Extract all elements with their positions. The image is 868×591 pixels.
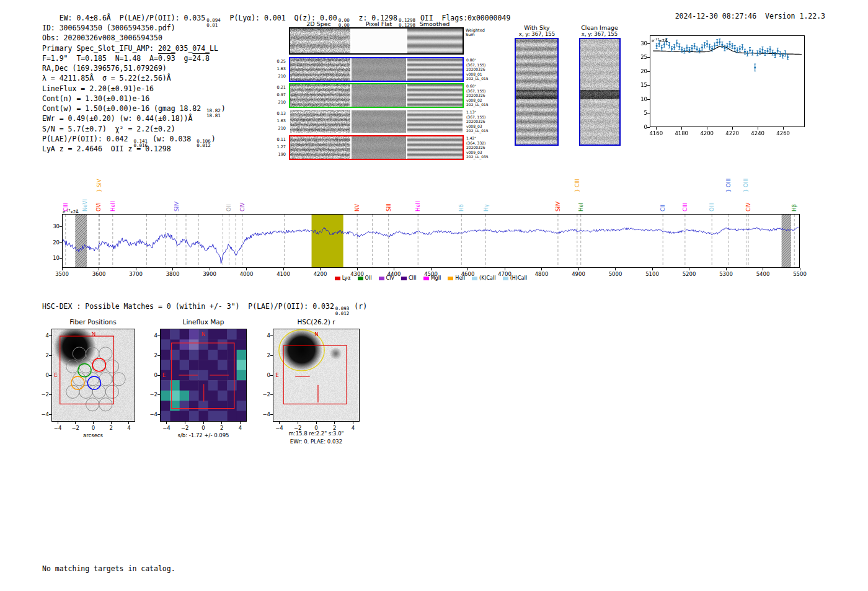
fiber-positions-title: Fiber Positions xyxy=(69,318,116,326)
spec2d-row-2 xyxy=(289,83,464,108)
full-spectrum-canvas xyxy=(63,215,799,267)
spectral-line-label: } OIII xyxy=(725,179,732,192)
lineflux-x-tick-label: −4 xyxy=(162,425,170,431)
cutout-spectrum-canvas xyxy=(650,36,804,127)
wavelength-sigma: λ = 4211.85Å σ = 5.22(±2.56)Å xyxy=(42,73,226,83)
spec2d-weight-value: 0.11 xyxy=(264,136,286,143)
spectrum-y-tick-label: 10 xyxy=(41,255,60,261)
qz-uncertainty: 0.000.00 xyxy=(339,18,350,27)
spectral-line-label: CIII xyxy=(682,203,688,211)
fiber-x-tick xyxy=(58,422,58,424)
hsc-x-tick xyxy=(298,422,298,424)
spectrum-x-tick-label: 5500 xyxy=(793,271,807,277)
cutout-x-tick xyxy=(707,127,707,130)
spectrum-x-tick xyxy=(99,268,99,270)
lineflux-x-tick xyxy=(203,422,204,424)
spec2d-meta-value: 0.80" xyxy=(466,58,506,63)
primary-slot: Primary Spec_Slot_IFU_AMP: 202_035_074_L… xyxy=(42,43,226,53)
spectrum-x-tick xyxy=(431,268,432,270)
spec2d-meta-value: 20200326 xyxy=(466,67,506,72)
spectrum-x-tick-label: 4300 xyxy=(350,271,364,277)
legend-label: OII xyxy=(365,275,372,281)
lineflux-x-tick-label: 0 xyxy=(202,425,205,431)
spec2d-row3-spec-canvas xyxy=(290,110,350,133)
withsky-title: With Sky xyxy=(524,24,549,31)
plae-detail-mid: (w: 0.038 xyxy=(148,135,195,143)
cutout-y-tick xyxy=(647,99,650,100)
timestamp: 2024-12-30 08:27:46 xyxy=(675,12,757,20)
spec2d-row-3 xyxy=(289,109,464,134)
spectrum-x-tick-label: 4600 xyxy=(461,271,475,277)
obs-id: Obs: 20200326v008_3006594350 xyxy=(42,33,226,43)
plae-poii-stat: P(LAE)/P(OII): 0.035 xyxy=(120,14,205,22)
cutout-x-tick xyxy=(783,127,784,130)
spec2d-sum-smooth-canvas xyxy=(407,29,463,53)
hsc-dex-text: HSC-DEX : Possible Matches = 0 (within +… xyxy=(42,302,334,311)
hsc-x-tick-label: 0 xyxy=(314,425,317,431)
spec2d-weight-value: 1.63 xyxy=(264,65,286,73)
cutout-y-tick xyxy=(647,57,650,58)
fiber-y-tick xyxy=(49,335,51,336)
continuum-n: Cont(n) = 1.30(±0.01)e-16 xyxy=(42,94,226,104)
fiber-y-tick-label: 0 xyxy=(30,372,49,378)
spec2d-row3-smooth-canvas xyxy=(407,110,463,133)
legend-label: (H)CaII xyxy=(510,275,527,281)
spectrum-y-tick xyxy=(60,258,62,259)
clean-image-title: Clean Image xyxy=(581,24,618,31)
cutout-y-tick xyxy=(647,113,650,113)
hsc-dex-band: (r) xyxy=(350,302,367,311)
spectral-line-label: Hδ xyxy=(458,204,464,211)
lineflux-y-tick-label: 2 xyxy=(139,352,157,358)
lineflux-x-tick xyxy=(240,422,241,424)
hsc-caption-1: m:15.8 re:2.2" s:3.0" xyxy=(288,430,343,437)
fiber-x-tick xyxy=(128,422,129,424)
spec2d-row2-flat-canvas xyxy=(352,84,406,107)
lineflux-x-tick xyxy=(166,422,167,424)
spec2d-row3-flat-canvas xyxy=(352,110,406,133)
hsc-x-tick xyxy=(334,422,335,424)
hsc-cutout-canvas xyxy=(273,329,359,421)
legend-label: Lyα xyxy=(342,275,351,281)
spec2d-weight-value: 1.63 xyxy=(264,117,286,125)
cutout-x-tick-label: 4240 xyxy=(751,130,764,136)
lineflux-map-canvas xyxy=(161,329,246,421)
seeing-mid: g= xyxy=(175,54,193,63)
elixer-report-page: EW: 0.4±8.6Å P(LAE)/P(OII): 0.0350.0940.… xyxy=(0,0,868,591)
spec2d-row4-flat-canvas xyxy=(352,136,406,159)
hsc-y-tick xyxy=(270,355,273,356)
spec2d-row2-weights: 0.210.97210 xyxy=(264,84,286,106)
spectral-line-label: CII xyxy=(660,205,666,211)
spectrum-x-tick-label: 4000 xyxy=(240,271,254,277)
fiber-y-tick-label: 4 xyxy=(30,332,49,339)
spectrum-x-tick xyxy=(136,268,136,270)
lineflux-x-tick-label: 2 xyxy=(220,425,223,431)
cutout-x-tick-label: 4260 xyxy=(776,130,790,136)
spec2d-row1-smooth-canvas xyxy=(407,58,463,81)
spectrum-y-tick xyxy=(60,226,62,227)
fiber-y-tick xyxy=(49,394,51,395)
spec2d-row1-flat-canvas xyxy=(352,58,406,81)
continuum-w: Cont(w) = 1.50(±0.00)e-16 (gmag 18.82 18… xyxy=(42,104,226,113)
spec2d-row1-spec-canvas xyxy=(290,58,350,81)
spectrum-x-tick xyxy=(467,268,468,270)
lineflux-x-tick xyxy=(221,422,222,424)
clean-image-box xyxy=(579,38,621,146)
spec2d-meta-value: v008_01 xyxy=(466,72,506,77)
withsky-image-box xyxy=(515,38,559,146)
spec2d-meta-value: 20200326 xyxy=(466,119,506,124)
fiber-x-tick-label: 0 xyxy=(92,425,95,431)
lineflux-caption: s/b: -1.72 +/- 0.095 xyxy=(177,432,229,438)
spec2d-weight-value: 0.97 xyxy=(264,91,286,99)
spec2d-meta-value: 1.13" xyxy=(466,110,506,115)
seeing-stats: F=1.9" T=0.185 N=1.48 A=0.93 g=24.8 xyxy=(42,53,226,63)
spectral-line-label: OII xyxy=(226,204,232,211)
spec2d-row2-meta: 0.60"(367, 155)20200326v008_02202_LL_015 xyxy=(466,84,506,107)
fiber-x-tick-label: −4 xyxy=(54,425,62,431)
cutout-x-tick-label: 4160 xyxy=(649,130,663,136)
spec2d-sum-spec-canvas xyxy=(290,29,350,53)
lineflux-y-tick-label: −4 xyxy=(139,411,157,417)
spectral-line-label: Hγ xyxy=(483,205,489,211)
spec2d-weight-value: 210 xyxy=(264,99,286,106)
cutout-x-tick-label: 4220 xyxy=(725,130,739,136)
spectral-line-label: } SiV xyxy=(96,179,102,192)
